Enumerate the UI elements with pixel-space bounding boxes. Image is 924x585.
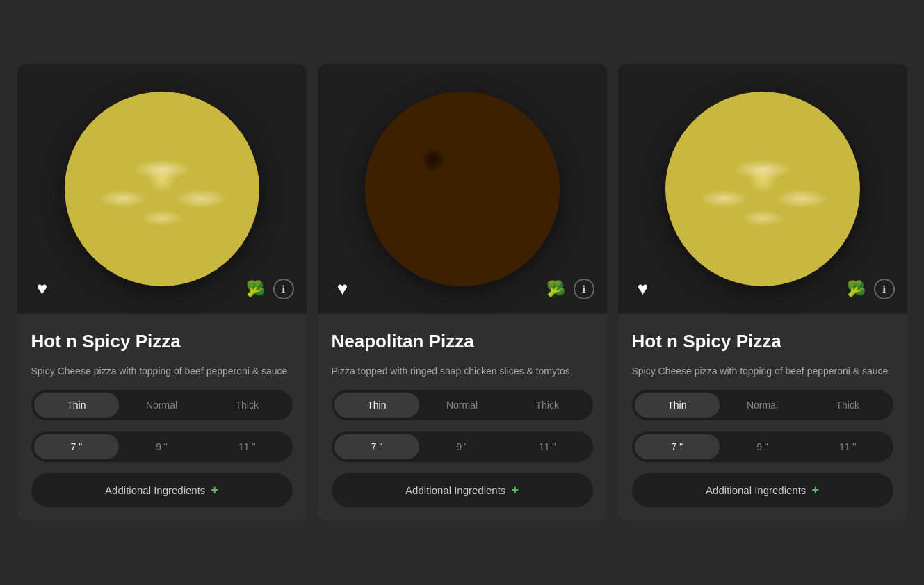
info-button-3[interactable]: ℹ bbox=[874, 279, 895, 299]
crust-option-2-normal[interactable]: Normal bbox=[419, 393, 505, 418]
size-option-1-1[interactable]: 9 " bbox=[119, 434, 204, 459]
card-body-3: Hot n Spicy Pizza Spicy Cheese pizza wit… bbox=[618, 314, 907, 522]
pizza-description-1: Spicy Cheese pizza with topping of beef … bbox=[31, 363, 293, 379]
size-selector-2: 7 " 9 " 11 " bbox=[332, 431, 593, 462]
crust-option-3-thin[interactable]: Thin bbox=[635, 393, 720, 418]
crust-option-2-thick[interactable]: Thick bbox=[505, 393, 590, 418]
pizza-description-2: Pizza topped with ringed shap chicken sl… bbox=[332, 363, 593, 379]
size-selector-3: 7 " 9 " 11 " bbox=[632, 431, 893, 462]
size-option-3-1[interactable]: 9 " bbox=[720, 434, 805, 459]
info-button-1[interactable]: ℹ bbox=[273, 279, 294, 299]
crust-selector-1: Thin Normal Thick bbox=[31, 390, 293, 420]
additional-ingredients-label-2: Additional Ingredients bbox=[405, 484, 505, 496]
crust-option-3-normal[interactable]: Normal bbox=[720, 393, 805, 418]
crust-selector-2: Thin Normal Thick bbox=[332, 390, 593, 420]
pizza-image-3 bbox=[665, 92, 860, 286]
pizza-card-2: ♥ 🥦 ℹ Neapolitan Pizza Pizza topped with… bbox=[318, 64, 607, 522]
pizza-name-3: Hot n Spicy Pizza bbox=[632, 331, 893, 352]
additional-ingredients-button-3[interactable]: Additional Ingredients + bbox=[632, 473, 893, 507]
crust-option-3-thick[interactable]: Thick bbox=[805, 393, 891, 418]
crust-option-1-normal[interactable]: Normal bbox=[119, 393, 204, 418]
pizza-image-2 bbox=[365, 92, 560, 286]
plus-icon-3: + bbox=[811, 483, 819, 497]
pizza-cards-container: ♥ 🥦 ℹ Hot n Spicy Pizza Spicy Cheese piz… bbox=[17, 64, 907, 522]
right-icons-2: 🥦 ℹ bbox=[546, 279, 594, 299]
pizza-card-1: ♥ 🥦 ℹ Hot n Spicy Pizza Spicy Cheese piz… bbox=[17, 64, 307, 522]
card-body-1: Hot n Spicy Pizza Spicy Cheese pizza wit… bbox=[17, 314, 307, 522]
pizza-name-1: Hot n Spicy Pizza bbox=[31, 331, 293, 352]
card-image-section-1: ♥ 🥦 ℹ bbox=[17, 64, 307, 314]
leaf-icon-3: 🥦 bbox=[846, 279, 867, 299]
additional-ingredients-label-1: Additional Ingredients bbox=[105, 484, 205, 496]
card-image-section-3: ♥ 🥦 ℹ bbox=[618, 64, 907, 314]
right-icons-3: 🥦 ℹ bbox=[846, 279, 895, 299]
plus-icon-2: + bbox=[511, 483, 519, 497]
card-overlay-icons-1: ♥ 🥦 ℹ bbox=[17, 277, 307, 302]
plus-icon-1: + bbox=[211, 483, 218, 497]
crust-selector-3: Thin Normal Thick bbox=[632, 390, 893, 420]
favorite-button-2[interactable]: ♥ bbox=[330, 277, 355, 302]
card-body-2: Neapolitan Pizza Pizza topped with ringe… bbox=[318, 314, 607, 522]
size-option-1-0[interactable]: 7 " bbox=[34, 434, 120, 459]
pizza-image-1 bbox=[65, 92, 259, 286]
right-icons-1: 🥦 ℹ bbox=[245, 279, 294, 299]
leaf-icon-1: 🥦 bbox=[245, 279, 266, 299]
additional-ingredients-button-2[interactable]: Additional Ingredients + bbox=[332, 473, 593, 507]
crust-option-2-thin[interactable]: Thin bbox=[334, 393, 420, 418]
crust-option-1-thick[interactable]: Thick bbox=[204, 393, 290, 418]
size-selector-1: 7 " 9 " 11 " bbox=[31, 431, 293, 462]
card-overlay-icons-3: ♥ 🥦 ℹ bbox=[618, 277, 907, 302]
card-image-section-2: ♥ 🥦 ℹ bbox=[318, 64, 607, 314]
leaf-icon-2: 🥦 bbox=[546, 279, 567, 299]
size-option-2-1[interactable]: 9 " bbox=[419, 434, 505, 459]
info-button-2[interactable]: ℹ bbox=[574, 279, 594, 299]
size-option-1-2[interactable]: 11 " bbox=[204, 434, 290, 459]
size-option-2-0[interactable]: 7 " bbox=[334, 434, 420, 459]
pizza-description-3: Spicy Cheese pizza with topping of beef … bbox=[632, 363, 893, 379]
crust-option-1-thin[interactable]: Thin bbox=[34, 393, 120, 418]
size-option-2-2[interactable]: 11 " bbox=[505, 434, 590, 459]
size-option-3-2[interactable]: 11 " bbox=[805, 434, 891, 459]
card-overlay-icons-2: ♥ 🥦 ℹ bbox=[318, 277, 607, 302]
additional-ingredients-label-3: Additional Ingredients bbox=[706, 484, 806, 496]
pizza-card-3: ♥ 🥦 ℹ Hot n Spicy Pizza Spicy Cheese piz… bbox=[618, 64, 907, 522]
additional-ingredients-button-1[interactable]: Additional Ingredients + bbox=[31, 473, 293, 507]
favorite-button-3[interactable]: ♥ bbox=[631, 277, 656, 302]
pizza-name-2: Neapolitan Pizza bbox=[332, 331, 593, 352]
favorite-button-1[interactable]: ♥ bbox=[30, 277, 55, 302]
size-option-3-0[interactable]: 7 " bbox=[635, 434, 720, 459]
